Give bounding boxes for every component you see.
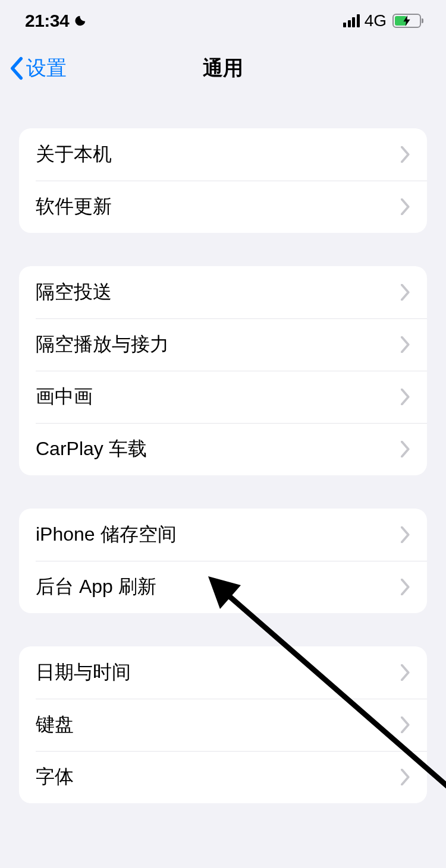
row-keyboard[interactable]: 键盘 bbox=[19, 699, 427, 751]
row-software-update[interactable]: 软件更新 bbox=[19, 181, 427, 233]
chevron-right-icon bbox=[401, 146, 410, 163]
cellular-signal-icon bbox=[343, 14, 360, 27]
battery-icon bbox=[392, 14, 421, 28]
row-airdrop[interactable]: 隔空投送 bbox=[19, 266, 427, 318]
row-label: 软件更新 bbox=[36, 194, 112, 220]
chevron-right-icon bbox=[401, 769, 410, 785]
chevron-right-icon bbox=[401, 336, 410, 353]
row-label: 隔空投送 bbox=[36, 279, 112, 305]
chevron-right-icon bbox=[401, 198, 410, 215]
row-label: 日期与时间 bbox=[36, 659, 131, 686]
do-not-disturb-icon bbox=[74, 14, 87, 27]
row-airplay-handoff[interactable]: 隔空播放与接力 bbox=[19, 318, 427, 371]
row-label: 字体 bbox=[36, 764, 74, 790]
row-carplay[interactable]: CarPlay 车载 bbox=[19, 423, 427, 475]
chevron-right-icon bbox=[401, 579, 410, 595]
back-label: 设置 bbox=[26, 55, 67, 82]
settings-group: iPhone 储存空间 后台 App 刷新 bbox=[19, 509, 427, 613]
chevron-right-icon bbox=[401, 389, 410, 405]
chevron-right-icon bbox=[401, 717, 410, 733]
row-label: 隔空播放与接力 bbox=[36, 332, 169, 358]
row-label: 后台 App 刷新 bbox=[36, 574, 156, 600]
chevron-right-icon bbox=[401, 526, 410, 543]
row-date-time[interactable]: 日期与时间 bbox=[19, 646, 427, 699]
chevron-left-icon bbox=[10, 56, 24, 80]
network-label: 4G bbox=[365, 11, 387, 30]
chevron-right-icon bbox=[401, 284, 410, 301]
row-picture-in-picture[interactable]: 画中画 bbox=[19, 371, 427, 423]
status-bar: 21:34 4G bbox=[0, 0, 446, 42]
row-label: 关于本机 bbox=[36, 141, 112, 168]
row-iphone-storage[interactable]: iPhone 储存空间 bbox=[19, 509, 427, 561]
back-button[interactable]: 设置 bbox=[10, 55, 67, 82]
chevron-right-icon bbox=[401, 664, 410, 681]
row-background-app-refresh[interactable]: 后台 App 刷新 bbox=[19, 561, 427, 613]
row-label: 画中画 bbox=[36, 384, 93, 410]
settings-group: 关于本机 软件更新 bbox=[19, 128, 427, 233]
row-label: 键盘 bbox=[36, 712, 74, 738]
settings-group: 隔空投送 隔空播放与接力 画中画 CarPlay 车载 bbox=[19, 266, 427, 475]
row-fonts[interactable]: 字体 bbox=[19, 751, 427, 803]
page-title: 通用 bbox=[203, 55, 243, 82]
charging-icon bbox=[403, 15, 410, 26]
row-about[interactable]: 关于本机 bbox=[19, 128, 427, 181]
row-label: CarPlay 车载 bbox=[36, 436, 147, 462]
status-time: 21:34 bbox=[25, 11, 69, 31]
row-label: iPhone 储存空间 bbox=[36, 522, 177, 548]
settings-list: 关于本机 软件更新 隔空投送 隔空播放与接力 画中画 CarPlay 车载 iP… bbox=[0, 128, 446, 803]
settings-group: 日期与时间 键盘 字体 bbox=[19, 646, 427, 803]
chevron-right-icon bbox=[401, 441, 410, 457]
navigation-bar: 设置 通用 bbox=[0, 42, 446, 95]
